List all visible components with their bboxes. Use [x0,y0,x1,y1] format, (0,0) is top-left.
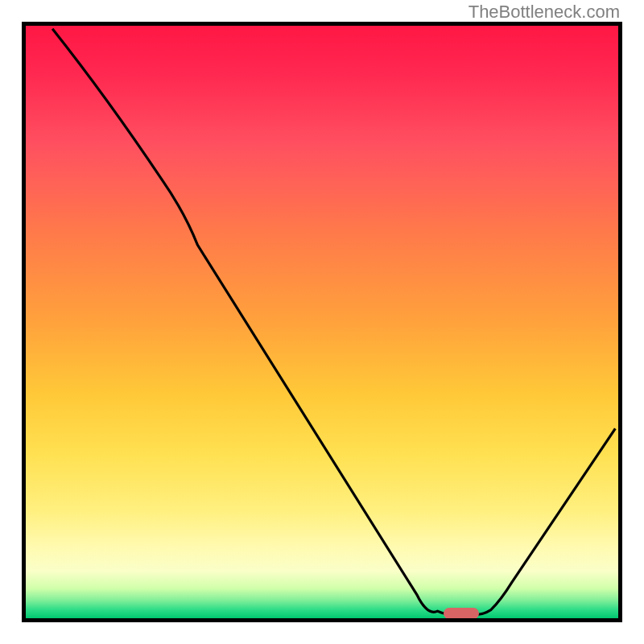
watermark-text: TheBottleneck.com [469,2,620,23]
chart-container: TheBottleneck.com [0,0,644,644]
plot-area [22,22,622,622]
curve-svg [26,26,618,618]
bottleneck-curve [52,29,615,615]
optimum-marker [444,608,479,619]
